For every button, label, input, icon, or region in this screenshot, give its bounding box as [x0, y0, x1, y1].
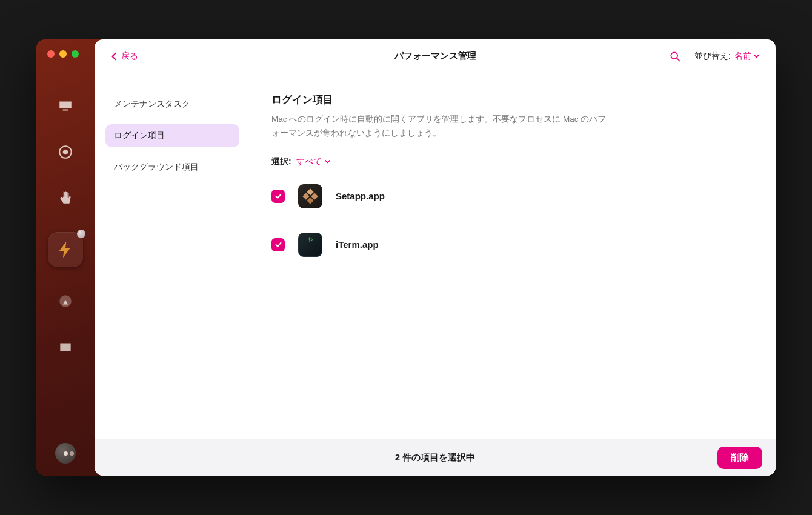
- category-login-items[interactable]: ログイン項目: [105, 124, 239, 147]
- left-rail: [36, 39, 95, 476]
- chevron-down-icon: [324, 158, 331, 165]
- nav-performance[interactable]: [48, 232, 83, 267]
- chevron-left-icon: [110, 52, 118, 61]
- hand-icon: [58, 190, 73, 206]
- select-row: 選択: すべて: [271, 156, 755, 167]
- drive-icon: [58, 339, 73, 355]
- svg-rect-8: [307, 197, 313, 204]
- delete-button[interactable]: 削除: [717, 447, 762, 469]
- content-description: Mac へのログイン時に自動的に開くアプリを管理します。不要なプロセスに Mac…: [271, 113, 611, 141]
- window-traffic-lights: [47, 50, 79, 58]
- sort-label: 並び替え:: [694, 51, 731, 62]
- footer: 2 件の項目を選択中 削除: [95, 439, 776, 476]
- window-close-button[interactable]: [47, 50, 55, 58]
- svg-rect-6: [311, 193, 318, 199]
- back-button[interactable]: 戻る: [110, 51, 138, 62]
- nav-applications[interactable]: [53, 289, 78, 313]
- check-icon: [275, 192, 282, 200]
- page-title: パフォーマンス管理: [394, 50, 476, 62]
- search-button[interactable]: [669, 50, 681, 62]
- main-panel: 戻る パフォーマンス管理 並び替え: 名前 メンテナンスタスク ログイ: [95, 39, 776, 476]
- nav-files[interactable]: [53, 335, 78, 359]
- back-label: 戻る: [121, 51, 138, 62]
- select-label: 選択:: [271, 156, 291, 167]
- window-minimize-button[interactable]: [59, 50, 67, 58]
- svg-point-1: [63, 150, 68, 155]
- chevron-down-icon: [753, 53, 760, 59]
- list-item: Setapp.app: [271, 184, 755, 208]
- nav-cleanup[interactable]: [53, 94, 78, 118]
- svg-line-4: [677, 58, 679, 61]
- assistant-button[interactable]: [55, 443, 76, 463]
- app-name: iTerm.app: [336, 239, 379, 250]
- app-name: Setapp.app: [336, 191, 385, 201]
- select-all-button[interactable]: すべて: [296, 156, 331, 167]
- item-checkbox[interactable]: [271, 190, 285, 203]
- sort-value: 名前: [734, 51, 751, 62]
- setapp-glyph-icon: [301, 187, 319, 205]
- lightning-bolt-icon: [56, 240, 75, 259]
- terminal-glyph-icon: $>_: [308, 237, 316, 242]
- badge-icon: [58, 293, 73, 309]
- target-icon: [58, 144, 73, 160]
- content-pane: ログイン項目 Mac へのログイン時に自動的に開くアプリを管理します。不要なプロ…: [251, 73, 776, 439]
- content-title: ログイン項目: [271, 93, 755, 107]
- app-icon-setapp: [298, 184, 322, 208]
- svg-rect-7: [302, 193, 309, 199]
- check-icon: [275, 241, 282, 248]
- monitor-icon: [58, 98, 73, 114]
- nav-privacy[interactable]: [53, 186, 78, 210]
- svg-point-3: [671, 52, 677, 59]
- category-pane: メンテナンスタスク ログイン項目 バックグラウンド項目: [95, 73, 251, 439]
- search-icon: [669, 50, 681, 62]
- nav-protection[interactable]: [53, 140, 78, 164]
- app-window: 戻る パフォーマンス管理 並び替え: 名前 メンテナンスタスク ログイ: [36, 39, 776, 476]
- app-icon-iterm: $>_: [298, 233, 322, 257]
- item-checkbox[interactable]: [271, 238, 285, 251]
- category-maintenance[interactable]: メンテナンスタスク: [105, 93, 239, 116]
- topbar: 戻る パフォーマンス管理 並び替え: 名前: [95, 39, 776, 73]
- sort-control[interactable]: 並び替え: 名前: [694, 51, 760, 62]
- selection-status: 2 件の項目を選択中: [395, 452, 476, 463]
- window-maximize-button[interactable]: [72, 50, 79, 58]
- svg-rect-5: [307, 188, 313, 195]
- category-background-items[interactable]: バックグラウンド項目: [105, 156, 239, 179]
- list-item: $>_ iTerm.app: [271, 233, 755, 257]
